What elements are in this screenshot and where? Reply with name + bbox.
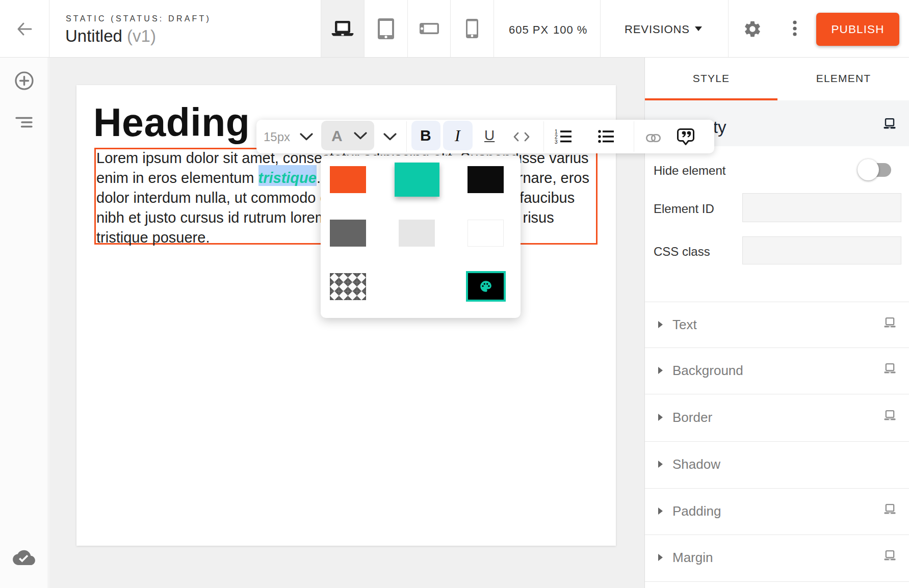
svg-text:1: 1 bbox=[555, 129, 558, 135]
svg-text:3: 3 bbox=[555, 139, 558, 145]
